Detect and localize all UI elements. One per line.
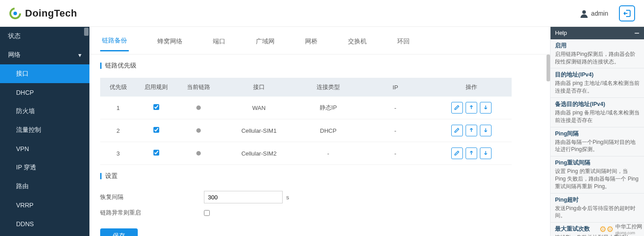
recover-input[interactable]	[204, 191, 283, 203]
move-up-button[interactable]	[466, 148, 477, 159]
cell-actions	[431, 142, 512, 165]
cell-enable	[136, 97, 176, 119]
help-item-desc: 发送Ping命令后等待应答的超时时间。	[555, 205, 640, 220]
col-iface: 接口	[221, 78, 297, 97]
content-scrollbar[interactable]	[547, 55, 550, 81]
sidebar-item-label: 网络	[8, 51, 21, 59]
sidebar-item-traffic[interactable]: 流量控制	[0, 121, 89, 139]
cell-iface: WAN	[221, 97, 297, 119]
edit-button[interactable]	[451, 148, 463, 159]
save-button[interactable]: 保存	[100, 228, 138, 236]
form-row-reboot: 链路异常则重启	[89, 206, 550, 219]
enable-checkbox[interactable]	[153, 150, 159, 156]
help-item-desc: 路由器每隔一个Ping间隔对目的地址进行Ping探测。	[555, 139, 640, 154]
help-item-title: 目的地址(IPv4)	[555, 71, 640, 79]
help-item-title: Ping间隔	[555, 130, 640, 138]
minimize-icon[interactable]: −	[634, 29, 640, 38]
move-up-button[interactable]	[466, 102, 477, 114]
edit-icon	[454, 104, 460, 112]
status-dot-icon	[196, 151, 201, 156]
move-down-button[interactable]	[480, 102, 491, 114]
cell-priority: 2	[100, 119, 136, 142]
section-bar-icon	[100, 63, 102, 69]
tab-label: 网桥	[305, 38, 318, 45]
tab-port[interactable]: 端口	[211, 35, 227, 51]
logo-text: DoingTech	[25, 8, 77, 19]
status-dot-icon	[196, 128, 201, 133]
cell-conn: -	[297, 142, 360, 165]
sidebar-item-interface[interactable]: 接口	[0, 64, 89, 83]
logo-icon	[9, 7, 21, 20]
sidebar-item-dhcp[interactable]: DHCP	[0, 83, 89, 102]
edit-icon	[454, 127, 460, 135]
section-settings: 设置	[89, 165, 550, 188]
move-down-button[interactable]	[480, 125, 491, 136]
help-panel: Help − 启用启用链路Ping探测后，路由器会阶段性探测链路的连接状态。目的…	[550, 27, 644, 236]
sidebar-item-firewall[interactable]: 防火墙	[0, 102, 89, 121]
logout-button[interactable]	[619, 5, 635, 21]
tab-link-backup[interactable]: 链路备份	[100, 34, 129, 51]
section-title-text: 链路优先级	[105, 62, 136, 70]
content: 链路备份 蜂窝网络 端口 广域网 网桥 交换机 环回 链路优先级	[89, 27, 550, 236]
form-row-recover: 恢复间隔 s	[89, 188, 550, 206]
cell-actions	[431, 119, 512, 142]
cell-current	[176, 142, 221, 165]
help-item-desc: 路由器 ping 主地址/域名来检测当前连接是否存在。	[555, 80, 640, 95]
help-item: 启用启用链路Ping探测后，路由器会阶段性探测链路的连接状态。	[551, 39, 644, 69]
tab-wan[interactable]: 广域网	[254, 35, 276, 51]
section-bar-icon	[100, 173, 102, 179]
col-actions: 操作	[431, 78, 512, 97]
col-current: 当前链路	[176, 78, 221, 97]
table-row: 3Cellular-SIM2--	[100, 142, 512, 165]
user-area[interactable]: admin	[580, 9, 608, 18]
sidebar-item-route[interactable]: 路由	[0, 177, 89, 196]
tab-cellular[interactable]: 蜂窝网络	[156, 35, 184, 51]
sidebar-item-label: DHCP	[16, 89, 34, 96]
sidebar-item-vrrp[interactable]: VRRP	[0, 196, 89, 215]
move-down-button[interactable]	[480, 148, 491, 159]
sidebar-item-network[interactable]: 网络 ▾	[0, 46, 89, 64]
cell-current	[176, 97, 221, 119]
table-row: 2Cellular-SIM1DHCP-	[100, 119, 512, 142]
sidebar-item-ippt[interactable]: IP 穿透	[0, 158, 89, 177]
tab-switch[interactable]: 交换机	[346, 35, 369, 51]
tab-loopback[interactable]: 环回	[395, 35, 411, 51]
col-priority: 优先级	[100, 78, 136, 97]
svg-point-1	[13, 12, 17, 15]
arrow-up-icon	[468, 127, 475, 135]
edit-button[interactable]	[451, 125, 463, 136]
sidebar-item-label: IP 穿透	[16, 164, 36, 172]
logo: DoingTech	[9, 7, 77, 20]
sidebar-item-vpn[interactable]: VPN	[0, 139, 89, 158]
help-item-title: 启用	[555, 42, 640, 50]
cell-iface: Cellular-SIM1	[221, 119, 297, 142]
tab-label: 端口	[213, 38, 225, 45]
recover-unit: s	[286, 194, 289, 201]
reboot-checkbox[interactable]	[204, 210, 210, 216]
gear-icon: ⚙⚙	[599, 224, 614, 234]
sidebar-item-status[interactable]: 状态	[0, 27, 89, 46]
edit-icon	[454, 150, 460, 157]
enable-checkbox[interactable]	[153, 104, 159, 110]
edit-button[interactable]	[451, 102, 463, 114]
user-icon	[580, 9, 589, 18]
help-title: Help	[555, 30, 567, 36]
section-title: 链路优先级	[100, 62, 539, 70]
help-item-desc: 路由器 ping 备用地址/域名来检测当前连接是否存在	[555, 109, 640, 124]
reboot-label: 链路异常则重启	[100, 209, 204, 217]
help-item-title: 备选目的地址(IPv4)	[555, 101, 640, 108]
cell-iface: Cellular-SIM2	[221, 142, 297, 165]
section-title-text: 设置	[105, 172, 118, 180]
tab-label: 广域网	[256, 38, 275, 45]
cell-enable	[136, 142, 176, 165]
table-header-row: 优先级 启用规则 当前链路 接口 连接类型 IP 操作	[100, 78, 512, 97]
move-up-button[interactable]	[466, 125, 477, 136]
cell-conn: DHCP	[297, 119, 360, 142]
tab-bridge[interactable]: 网桥	[303, 35, 319, 51]
cell-enable	[136, 119, 176, 142]
tab-label: 蜂窝网络	[157, 38, 182, 45]
help-item: 备选目的地址(IPv4)路由器 ping 备用地址/域名来检测当前连接是否存在	[551, 98, 644, 127]
header: DoingTech admin	[0, 0, 644, 27]
sidebar-item-ddns[interactable]: DDNS	[0, 215, 89, 233]
enable-checkbox[interactable]	[153, 127, 159, 133]
